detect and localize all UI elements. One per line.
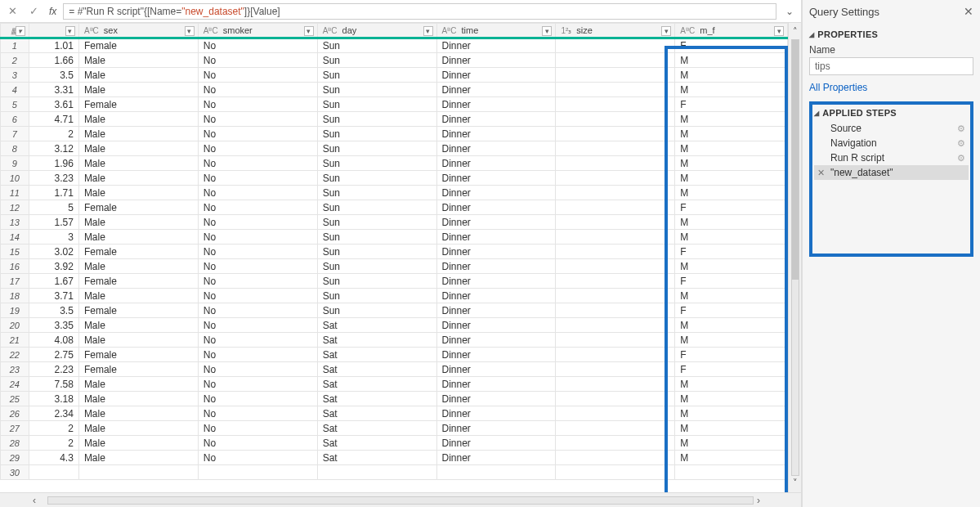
cell[interactable]: Dinner: [436, 259, 556, 274]
cell[interactable]: Female: [78, 200, 198, 215]
cell[interactable]: [556, 186, 675, 200]
cell[interactable]: F: [675, 348, 788, 362]
column-header-sex[interactable]: AᴮC sex▾: [78, 24, 198, 38]
cell[interactable]: Male: [78, 215, 198, 230]
cell[interactable]: F: [675, 38, 788, 53]
cell[interactable]: M: [675, 289, 788, 303]
cell[interactable]: [556, 465, 675, 480]
table-row[interactable]: 253.18MaleNoSatDinnerM: [1, 392, 788, 406]
query-name-input[interactable]: [809, 57, 973, 75]
cell[interactable]: No: [198, 259, 317, 274]
cell[interactable]: Dinner: [436, 421, 556, 436]
cell[interactable]: 4.08: [29, 333, 78, 348]
table-row[interactable]: 83.12MaleNoSunDinnerM: [1, 141, 788, 156]
table-row[interactable]: 232.23FemaleNoSatDinnerF: [1, 362, 788, 377]
column-header-day[interactable]: AᴮC day▾: [317, 24, 436, 38]
cell[interactable]: [556, 377, 675, 392]
cell[interactable]: 3: [29, 230, 78, 245]
cell[interactable]: Dinner: [436, 436, 556, 451]
column-header-time[interactable]: AᴮC time▾: [436, 24, 556, 38]
cell[interactable]: Sun: [317, 97, 436, 112]
cell[interactable]: Dinner: [436, 127, 556, 141]
cell[interactable]: No: [198, 303, 317, 318]
cell[interactable]: [556, 392, 675, 406]
cell[interactable]: [675, 465, 788, 480]
cell[interactable]: Male: [78, 406, 198, 421]
cell[interactable]: 1.67: [29, 274, 78, 289]
cell[interactable]: 3.71: [29, 289, 78, 303]
cell[interactable]: No: [198, 436, 317, 451]
cell[interactable]: Dinner: [436, 141, 556, 156]
cell[interactable]: Sat: [317, 348, 436, 362]
table-row[interactable]: 193.5FemaleNoSunDinnerF: [1, 303, 788, 318]
cell[interactable]: [556, 245, 675, 259]
cell[interactable]: M: [675, 215, 788, 230]
applied-step[interactable]: ✕"new_dataset": [814, 165, 969, 180]
table-row[interactable]: 11.01FemaleNoSunDinnerF: [1, 38, 788, 53]
cell[interactable]: Dinner: [436, 362, 556, 377]
scroll-left-icon[interactable]: ‹: [33, 495, 44, 506]
cell[interactable]: 3.31: [29, 83, 78, 97]
cell[interactable]: M: [675, 112, 788, 127]
cell[interactable]: Sun: [317, 245, 436, 259]
table-row[interactable]: 222.75FemaleNoSatDinnerF: [1, 348, 788, 362]
cell[interactable]: 2: [29, 436, 78, 451]
table-row[interactable]: 30: [1, 465, 788, 480]
cell[interactable]: M: [675, 421, 788, 436]
cell[interactable]: Dinner: [436, 392, 556, 406]
cell[interactable]: 7.58: [29, 377, 78, 392]
cell[interactable]: Sat: [317, 436, 436, 451]
cell[interactable]: Sun: [317, 289, 436, 303]
cell[interactable]: No: [198, 377, 317, 392]
cell[interactable]: 1.57: [29, 215, 78, 230]
cell[interactable]: 3.5: [29, 303, 78, 318]
cell[interactable]: [317, 465, 436, 480]
cell[interactable]: Sat: [317, 362, 436, 377]
cell[interactable]: F: [675, 200, 788, 215]
cell[interactable]: No: [198, 171, 317, 186]
cell[interactable]: No: [198, 97, 317, 112]
cell[interactable]: Male: [78, 53, 198, 68]
cell[interactable]: Dinner: [436, 318, 556, 333]
cell[interactable]: [556, 318, 675, 333]
cell[interactable]: 3.92: [29, 259, 78, 274]
cell[interactable]: Sun: [317, 259, 436, 274]
column-header-size[interactable]: 1²₃ size▾: [556, 24, 675, 38]
cell[interactable]: [556, 230, 675, 245]
cell[interactable]: M: [675, 230, 788, 245]
cell[interactable]: 3.23: [29, 171, 78, 186]
scroll-up-icon[interactable]: ˄: [793, 26, 798, 38]
cell[interactable]: Male: [78, 186, 198, 200]
cell[interactable]: M: [675, 186, 788, 200]
cell[interactable]: F: [675, 303, 788, 318]
cell[interactable]: No: [198, 141, 317, 156]
cell[interactable]: M: [675, 377, 788, 392]
cell[interactable]: 2.75: [29, 348, 78, 362]
column-header-smoker[interactable]: AᴮC smoker▾: [198, 24, 317, 38]
cell[interactable]: M: [675, 171, 788, 186]
cell[interactable]: Dinner: [436, 245, 556, 259]
cell[interactable]: 5: [29, 200, 78, 215]
cell[interactable]: M: [675, 127, 788, 141]
cell[interactable]: F: [675, 362, 788, 377]
cell[interactable]: M: [675, 53, 788, 68]
cell[interactable]: Male: [78, 230, 198, 245]
cell[interactable]: Sun: [317, 215, 436, 230]
cell[interactable]: M: [675, 68, 788, 83]
cell[interactable]: No: [198, 392, 317, 406]
delete-step-icon[interactable]: ✕: [817, 168, 825, 178]
cell[interactable]: Male: [78, 171, 198, 186]
cell[interactable]: Dinner: [436, 97, 556, 112]
properties-header[interactable]: PROPERTIES: [809, 29, 973, 39]
cell[interactable]: No: [198, 83, 317, 97]
gear-icon[interactable]: ⚙: [957, 123, 965, 134]
cell[interactable]: [556, 259, 675, 274]
cell[interactable]: Sun: [317, 230, 436, 245]
cell[interactable]: Female: [78, 303, 198, 318]
gear-icon[interactable]: ⚙: [957, 153, 965, 164]
column-header-m_f[interactable]: AᴮC m_f▾: [675, 24, 788, 38]
cell[interactable]: 1.66: [29, 53, 78, 68]
cell[interactable]: No: [198, 333, 317, 348]
cell[interactable]: 3.02: [29, 245, 78, 259]
cell[interactable]: [556, 436, 675, 451]
